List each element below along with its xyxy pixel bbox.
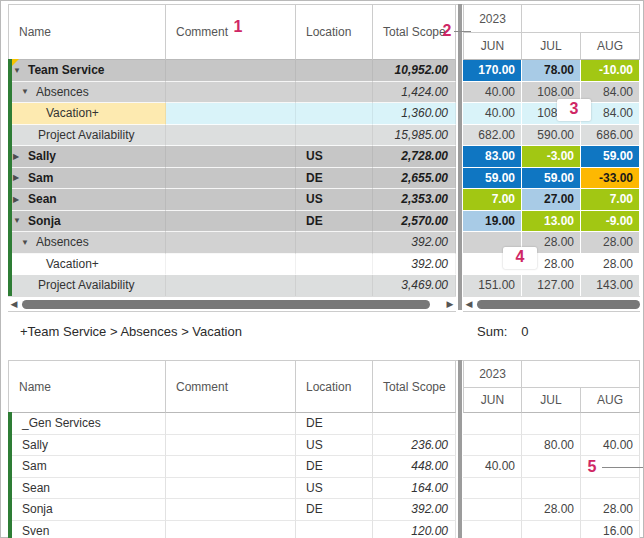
name-cell[interactable]: Project Availability: [8, 275, 166, 297]
month-cell-jun[interactable]: [463, 413, 522, 435]
month-cell-aug[interactable]: 7.00: [581, 189, 640, 211]
table-row[interactable]: ▼Absences392.0028.0028.00: [8, 232, 640, 254]
name-cell[interactable]: Sonja: [8, 499, 166, 521]
month-cell-jul[interactable]: [522, 478, 581, 500]
column-header-total-scope[interactable]: Total Scope: [373, 361, 456, 413]
name-cell[interactable]: ▶Sean: [8, 189, 166, 211]
month-cell-jul[interactable]: [522, 456, 581, 478]
month-cell-aug[interactable]: 40.00: [581, 435, 640, 457]
month-cell-jun[interactable]: [463, 478, 522, 500]
month-cell-jun[interactable]: [463, 521, 522, 538]
table-row[interactable]: _Gen ServicesDE: [8, 413, 640, 435]
month-cell-jun[interactable]: [463, 435, 522, 457]
comment-cell[interactable]: [166, 146, 296, 168]
name-cell[interactable]: ▶Sam: [8, 168, 166, 190]
location-cell[interactable]: DE: [296, 456, 373, 478]
location-cell[interactable]: [296, 232, 373, 254]
comment-cell[interactable]: [166, 82, 296, 104]
name-cell[interactable]: _Gen Services: [8, 413, 166, 435]
month-cell-aug[interactable]: 28.00: [581, 232, 640, 254]
month-cell-aug[interactable]: [581, 478, 640, 500]
month-cell-aug[interactable]: 28.00: [581, 254, 640, 276]
location-cell[interactable]: DE: [296, 413, 373, 435]
month-header-jun[interactable]: JUN: [463, 33, 522, 60]
month-cell-aug[interactable]: 143.00: [581, 275, 640, 297]
month-cell-jul[interactable]: 127.00: [522, 275, 581, 297]
month-cell-aug[interactable]: -9.00: [581, 211, 640, 233]
location-cell[interactable]: DE: [296, 499, 373, 521]
comment-cell[interactable]: [166, 103, 296, 125]
pane-splitter[interactable]: [458, 360, 462, 538]
table-row[interactable]: SamDE448.0040.00: [8, 456, 640, 478]
year-header[interactable]: 2023: [463, 5, 522, 32]
collapse-arrow-icon[interactable]: ▶: [13, 152, 28, 161]
name-cell[interactable]: Vacation+: [8, 254, 166, 276]
month-cell-aug[interactable]: 686.00: [581, 125, 640, 147]
month-cell-aug[interactable]: -10.00: [581, 60, 640, 82]
location-cell[interactable]: [296, 103, 373, 125]
table-row[interactable]: SonjaDE392.0028.0028.00: [8, 499, 640, 521]
month-cell-jul[interactable]: [522, 413, 581, 435]
comment-cell[interactable]: [166, 435, 296, 457]
name-cell[interactable]: Project Availability: [8, 125, 166, 147]
table-row[interactable]: SallyUS236.0080.0040.00: [8, 435, 640, 457]
month-cell-jul[interactable]: 59.00: [522, 168, 581, 190]
expand-arrow-icon[interactable]: ▼: [21, 238, 36, 247]
month-cell-jul[interactable]: 78.00: [522, 60, 581, 82]
month-cell-jul[interactable]: 27.00: [522, 189, 581, 211]
location-cell[interactable]: [296, 275, 373, 297]
month-header-jun[interactable]: JUN: [463, 388, 522, 413]
month-cell-jun[interactable]: 40.00: [463, 456, 522, 478]
month-cell-jun[interactable]: 170.00: [463, 60, 522, 82]
location-cell[interactable]: [296, 60, 373, 82]
scroll-left-icon[interactable]: ◀: [8, 297, 20, 311]
month-cell-aug[interactable]: 28.00: [581, 499, 640, 521]
comment-cell[interactable]: [166, 125, 296, 147]
comment-cell[interactable]: [166, 275, 296, 297]
location-cell[interactable]: DE: [296, 211, 373, 233]
table-row[interactable]: Project Availability15,985.00682.00590.0…: [8, 125, 640, 147]
name-cell[interactable]: Sally: [8, 435, 166, 457]
month-header-aug[interactable]: AUG: [581, 33, 640, 60]
month-cell-jun[interactable]: 151.00: [463, 275, 522, 297]
column-header-location[interactable]: Location: [296, 361, 373, 413]
scroll-left-icon[interactable]: ◀: [463, 297, 475, 311]
comment-cell[interactable]: [166, 456, 296, 478]
scrollbar-thumb[interactable]: [477, 300, 640, 309]
table-row[interactable]: Vacation+392.0028.0028.00: [8, 254, 640, 276]
table-row[interactable]: ▶SeanUS2,353.007.0027.007.00: [8, 189, 640, 211]
comment-cell[interactable]: [166, 521, 296, 538]
month-cell-jun[interactable]: 682.00: [463, 125, 522, 147]
name-cell[interactable]: Vacation+: [8, 103, 166, 125]
month-cell-aug[interactable]: 16.00: [581, 521, 640, 538]
h-scrollbar-right-pane[interactable]: ◀: [463, 296, 640, 312]
name-cell[interactable]: ▼Absences: [8, 232, 166, 254]
table-row[interactable]: Project Availability3,469.00151.00127.00…: [8, 275, 640, 297]
month-cell-aug[interactable]: [581, 413, 640, 435]
comment-cell[interactable]: [166, 499, 296, 521]
month-cell-jun[interactable]: 83.00: [463, 146, 522, 168]
month-cell-jun[interactable]: 40.00: [463, 82, 522, 104]
month-cell-jun[interactable]: [463, 499, 522, 521]
location-cell[interactable]: [296, 125, 373, 147]
table-row[interactable]: Sven120.0016.00: [8, 521, 640, 538]
name-cell[interactable]: Sven: [8, 521, 166, 538]
month-cell-jun[interactable]: 59.00: [463, 168, 522, 190]
collapse-arrow-icon[interactable]: ▶: [13, 173, 28, 182]
scrollbar-thumb[interactable]: [22, 300, 430, 309]
column-header-comment[interactable]: Comment: [166, 361, 296, 413]
comment-cell[interactable]: [166, 254, 296, 276]
comment-cell[interactable]: [166, 189, 296, 211]
month-header-jul[interactable]: JUL: [522, 33, 581, 60]
month-header-aug[interactable]: AUG: [581, 388, 640, 413]
name-cell[interactable]: Sean: [8, 478, 166, 500]
location-cell[interactable]: [296, 82, 373, 104]
table-row[interactable]: SeanUS164.00: [8, 478, 640, 500]
location-cell[interactable]: [296, 521, 373, 538]
column-header-name[interactable]: Name: [8, 361, 166, 413]
pane-splitter[interactable]: [458, 4, 462, 310]
month-cell-jul[interactable]: 80.00: [522, 435, 581, 457]
location-cell[interactable]: US: [296, 435, 373, 457]
month-cell-jul[interactable]: 590.00: [522, 125, 581, 147]
month-cell-jun[interactable]: 19.00: [463, 211, 522, 233]
